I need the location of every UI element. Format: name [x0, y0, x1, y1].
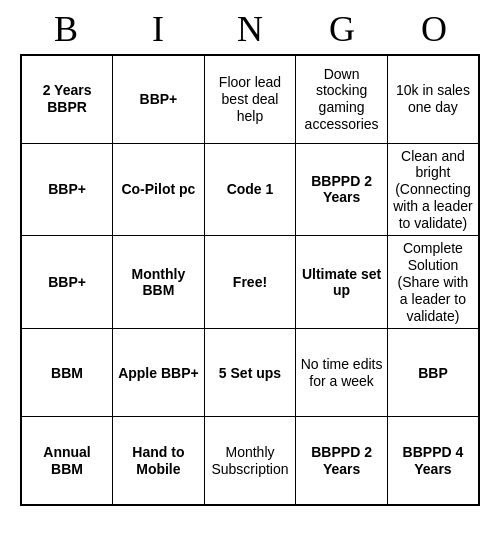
- header-letter-g: G: [298, 8, 386, 50]
- cell-4-1: Hand to Mobile: [113, 417, 205, 505]
- header-letter-n: N: [206, 8, 294, 50]
- bingo-header: B I N G O: [20, 0, 480, 54]
- header-letter-i: I: [114, 8, 202, 50]
- cell-2-0: BBP+: [21, 236, 113, 329]
- header-letter-b: B: [22, 8, 110, 50]
- cell-0-0: 2 Years BBPR: [21, 55, 113, 143]
- bingo-grid: 2 Years BBPRBBP+Floor lead best deal hel…: [20, 54, 480, 506]
- cell-3-4: BBP: [387, 329, 479, 417]
- cell-4-4: BBPPD 4 Years: [387, 417, 479, 505]
- cell-4-3: BBPPD 2 Years: [296, 417, 388, 505]
- cell-2-4: Complete Solution (Share with a leader t…: [387, 236, 479, 329]
- cell-2-2: Free!: [204, 236, 296, 329]
- cell-0-4: 10k in sales one day: [387, 55, 479, 143]
- cell-1-1: Co-Pilot pc: [113, 143, 205, 236]
- cell-1-3: BBPPD 2 Years: [296, 143, 388, 236]
- cell-4-2: Monthly Subscription: [204, 417, 296, 505]
- cell-1-0: BBP+: [21, 143, 113, 236]
- cell-0-3: Down stocking gaming accessories: [296, 55, 388, 143]
- cell-1-4: Clean and bright (Connecting with a lead…: [387, 143, 479, 236]
- header-letter-o: O: [390, 8, 478, 50]
- cell-0-2: Floor lead best deal help: [204, 55, 296, 143]
- cell-2-1: Monthly BBM: [113, 236, 205, 329]
- cell-3-2: 5 Set ups: [204, 329, 296, 417]
- cell-3-1: Apple BBP+: [113, 329, 205, 417]
- cell-3-0: BBM: [21, 329, 113, 417]
- cell-3-3: No time edits for a week: [296, 329, 388, 417]
- cell-2-3: Ultimate set up: [296, 236, 388, 329]
- cell-4-0: Annual BBM: [21, 417, 113, 505]
- cell-0-1: BBP+: [113, 55, 205, 143]
- cell-1-2: Code 1: [204, 143, 296, 236]
